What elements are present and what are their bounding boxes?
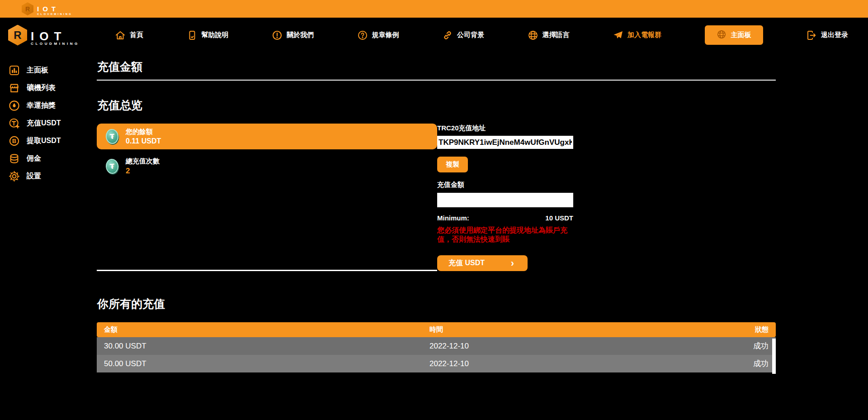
sidebar-item-label: 幸運抽獎: [27, 101, 56, 110]
globe-icon: [528, 30, 538, 41]
sidebar-item-withdraw-usdt[interactable]: B 提取USDT: [0, 132, 97, 150]
link-icon: [442, 30, 453, 41]
brand-hexagon-icon: R: [22, 2, 33, 15]
tether-coin-icon: ₮: [105, 158, 119, 174]
nav-item-language[interactable]: 選擇語言: [528, 30, 570, 41]
brand-hexagon-icon: R: [8, 25, 27, 46]
brand-letter: R: [14, 29, 21, 42]
top-banner: R IOT CLOUDMINING: [0, 0, 868, 18]
nav-items: 首頁 幫助說明 關於我們 規章條例 公司背景: [97, 25, 868, 45]
column-header-time: 時間: [429, 325, 719, 334]
sidebar-item-settings[interactable]: 設置: [0, 167, 97, 185]
table-row: 30.00 USDT 2022-12-10 成功: [97, 337, 776, 355]
miners-icon: [8, 82, 20, 94]
deposit-usdt-icon: [8, 117, 20, 129]
dashboard-button-label: 主面板: [731, 31, 751, 39]
deposit-history-table: 金額 時間 狀態 30.00 USDT 2022-12-10 成功 50.00 …: [97, 322, 776, 372]
cell-status: 成功: [719, 341, 769, 351]
dashboard-icon: [8, 64, 20, 76]
main-content: 充值金額 充值总览 ₮ 您的餘額 0.11 USDT ₮ 總充值次數 2: [97, 52, 868, 420]
deposit-form: TRC20充值地址 複製 充值金額 Minimum: 10 USDT 您必須使用…: [437, 124, 586, 271]
cell-amount: 30.00 USDT: [104, 342, 429, 351]
nav-item-home[interactable]: 首頁: [115, 30, 143, 41]
svg-text:B: B: [12, 138, 16, 144]
sidebar-item-miners[interactable]: 礦機列表: [0, 79, 97, 97]
brand-subtitle: CLOUDMINING: [31, 42, 80, 46]
address-label: TRC20充值地址: [437, 124, 586, 133]
brand-name: IOT: [31, 31, 80, 42]
info-icon: [272, 30, 283, 41]
settings-icon: [8, 170, 20, 182]
title-divider: [97, 80, 776, 81]
sidebar-item-label: 礦機列表: [27, 83, 56, 93]
nav-item-label: 公司背景: [457, 31, 484, 39]
table-scrollbar[interactable]: [772, 339, 776, 374]
balance-card: ₮ 您的餘額 0.11 USDT: [97, 124, 437, 149]
logout-icon: [806, 30, 817, 41]
column-header-status: 狀態: [719, 325, 769, 334]
amount-label: 充值金額: [437, 181, 586, 189]
deposit-count-row: ₮ 總充值次數 2: [97, 155, 437, 177]
brand-subtitle: CLOUDMINING: [37, 13, 72, 15]
home-icon: [115, 30, 126, 41]
column-header-amount: 金額: [104, 325, 429, 334]
sidebar-item-label: 充值USDT: [27, 119, 61, 128]
sidebar-item-label: 佣金: [27, 154, 41, 163]
deposit-submit-label: 充值 USDT: [448, 258, 485, 268]
trc20-address-input[interactable]: [437, 136, 573, 149]
nav-item-about[interactable]: 關於我們: [272, 30, 314, 41]
overview-stats: ₮ 您的餘額 0.11 USDT ₮ 總充值次數 2: [97, 124, 437, 271]
brand-name: IOT: [37, 5, 72, 13]
globe-icon: [717, 29, 726, 41]
nav-item-label: 關於我們: [287, 31, 314, 39]
minimum-value: 10 USDT: [545, 214, 573, 222]
brand-letter: R: [25, 5, 30, 13]
main-navbar: R IOT CLOUDMINING 首頁 幫助說明 關於我們: [0, 18, 868, 52]
brand-logo-small: R IOT CLOUDMINING: [22, 2, 72, 15]
withdraw-usdt-icon: B: [8, 135, 20, 147]
deposit-count-label: 總充值次數: [126, 157, 160, 166]
sidebar-item-commission[interactable]: 佣金: [0, 150, 97, 167]
nav-item-label: 規章條例: [372, 31, 399, 39]
balance-label: 您的餘額: [126, 128, 161, 136]
nav-item-help[interactable]: 幫助說明: [187, 30, 229, 41]
sidebar-item-dashboard[interactable]: 主面板: [0, 62, 97, 79]
telegram-icon: [613, 30, 623, 41]
tether-coin-icon: ₮: [105, 129, 119, 145]
nav-item-telegram[interactable]: 加入電報群: [613, 30, 661, 41]
overview-title: 充值总览: [97, 98, 776, 113]
nav-item-company[interactable]: 公司背景: [442, 30, 484, 41]
brand-logo-large[interactable]: R IOT CLOUDMINING: [0, 25, 97, 46]
deposit-submit-button[interactable]: 充值 USDT ›: [437, 255, 528, 271]
cell-status: 成功: [719, 358, 769, 369]
sidebar-item-label: 主面板: [27, 66, 48, 75]
minimum-row: Minimum: 10 USDT: [437, 214, 573, 222]
copy-button[interactable]: 複製: [437, 157, 468, 172]
sidebar: 主面板 礦機列表 幸運抽獎 充值USDT B 提取USDT: [0, 52, 97, 420]
cell-time: 2022-12-10: [429, 359, 719, 368]
question-icon: [357, 30, 368, 41]
commission-icon: [8, 153, 20, 165]
history-title: 你所有的充值: [97, 296, 776, 311]
sidebar-item-label: 提取USDT: [27, 136, 61, 146]
table-header-row: 金額 時間 狀態: [97, 322, 776, 337]
sidebar-item-deposit-usdt[interactable]: 充值USDT: [0, 115, 97, 132]
nav-item-rules[interactable]: 規章條例: [357, 30, 399, 41]
dashboard-button[interactable]: 主面板: [705, 25, 763, 45]
table-row: 50.00 USDT 2022-12-10 成功: [97, 355, 776, 372]
amount-input[interactable]: [437, 193, 573, 207]
minimum-label: Minimum:: [437, 214, 469, 222]
cell-time: 2022-12-10: [429, 342, 719, 351]
sidebar-item-lucky-draw[interactable]: 幸運抽獎: [0, 97, 97, 115]
cell-amount: 50.00 USDT: [104, 359, 429, 368]
logout-label: 退出登录: [821, 31, 848, 39]
nav-item-label: 加入電報群: [627, 31, 661, 39]
sidebar-item-label: 設置: [27, 172, 41, 181]
page-title: 充值金額: [97, 59, 776, 74]
manual-icon: [187, 30, 198, 41]
logout-button[interactable]: 退出登录: [806, 30, 848, 41]
deposit-warning: 您必須使用綁定平台的提現地址為賬戶充值，否則無法快速到賬: [437, 226, 575, 244]
balance-value: 0.11 USDT: [126, 137, 161, 145]
deposit-count-value: 2: [126, 167, 160, 176]
nav-item-label: 選擇語言: [542, 31, 570, 39]
